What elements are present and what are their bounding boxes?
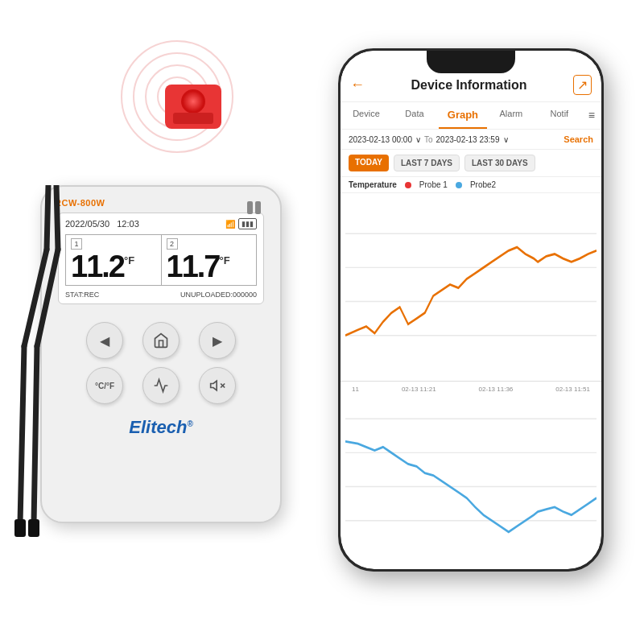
probe1-dot (405, 182, 411, 188)
device-buttons: ◀ ▶ °C/°F (86, 322, 236, 404)
alarm-light (181, 89, 205, 114)
button-row-2: °C/°F (86, 367, 236, 404)
svg-line-4 (37, 250, 58, 346)
nav-device[interactable]: Device (342, 102, 390, 129)
wifi-icon: 📶 (225, 220, 235, 229)
nav-menu[interactable]: ≡ (584, 102, 600, 129)
phone-body: ← Device Information ↗ Device Data Graph… (338, 48, 604, 572)
svg-line-3 (56, 185, 58, 250)
chart-area-top: 11 02-13 11:21 02-13 11:36 02-13 11:51 (341, 196, 601, 382)
svg-line-5 (34, 346, 37, 523)
btn-home[interactable] (142, 322, 180, 359)
filter-30days[interactable]: LAST 30 DAYS (464, 155, 535, 171)
alarm-base (173, 113, 213, 124)
device-brand: Elitech® (129, 417, 193, 438)
unuploaded-label: UNUPLOADED:000000 (180, 291, 257, 299)
legend-title: Temperature (349, 180, 397, 189)
reading-value-2: 11.7 (167, 251, 220, 282)
channel2-label: 2 (167, 238, 178, 250)
app-export-button[interactable]: ↗ (573, 75, 592, 95)
screen-icons: 📶 ▮▮▮ (225, 218, 257, 229)
alert-waves (121, 40, 233, 153)
probe2-dot (456, 182, 462, 188)
phone-screen: ← Device Information ↗ Device Data Graph… (341, 51, 601, 569)
probe1-label: Probe 1 (419, 180, 448, 189)
search-button[interactable]: Search (564, 134, 593, 144)
nav-data[interactable]: Data (390, 102, 439, 129)
filter-row: TODAY LAST 7 DAYS LAST 30 DAYS (341, 150, 601, 177)
probe2-label: Probe2 (470, 180, 496, 189)
date-to-label: To (424, 135, 433, 144)
phone-container: ← Device Information ↗ Device Data Graph… (338, 48, 604, 572)
reading-panel-2: 2 11.7 °F (162, 235, 257, 285)
btn-right[interactable]: ▶ (199, 322, 236, 359)
svg-line-1 (24, 250, 47, 346)
alarm-icon (165, 85, 221, 129)
app-nav: Device Data Graph Alarm Notif ≡ (341, 102, 601, 130)
dot-bar-2 (255, 201, 261, 214)
dot-bar-1 (247, 201, 253, 214)
date-row: 2023-02-13 00:00 ∨ To 2023-02-13 23:59 ∨… (341, 130, 601, 150)
indicator-dots (247, 201, 261, 214)
battery-icon: ▮▮▮ (238, 218, 257, 229)
svg-marker-8 (211, 381, 217, 390)
btn-chart[interactable] (142, 367, 180, 404)
nav-graph[interactable]: Graph (439, 102, 487, 129)
app-title: Device Information (411, 78, 526, 93)
alert-area (105, 24, 266, 169)
button-row-1: ◀ ▶ (86, 322, 236, 359)
filter-7days[interactable]: LAST 7 DAYS (394, 155, 460, 171)
btn-sound[interactable] (199, 367, 236, 404)
value-row-2: 11.7 °F (167, 251, 252, 282)
chart-area-bottom: 11 02-13 11:21 02-13 11:36 02-13 11:51 (341, 382, 601, 566)
nav-notif[interactable]: Notif (535, 102, 584, 129)
date-from: 2023-02-13 00:00 (349, 135, 412, 144)
chart-svg-bottom (345, 385, 597, 566)
app-back-button[interactable]: ← (350, 76, 365, 93)
legend-row: Temperature Probe 1 Probe2 (341, 177, 601, 193)
reading-unit-2: °F (219, 254, 229, 266)
svg-rect-6 (14, 519, 26, 537)
svg-line-2 (20, 346, 24, 523)
reading-unit-1: °F (124, 254, 134, 266)
svg-rect-7 (28, 519, 39, 537)
date-to-value: 2023-02-13 23:59 (436, 135, 500, 144)
chart-svg-top (345, 200, 597, 381)
svg-line-0 (47, 185, 48, 250)
phone-notch (427, 51, 515, 73)
nav-alarm[interactable]: Alarm (487, 102, 535, 129)
cables (0, 185, 97, 547)
scene: RCW-800W 2022/05/30 12:03 📶 ▮▮▮ (0, 0, 644, 644)
filter-today[interactable]: TODAY (349, 155, 389, 171)
chart-section: 11 02-13 11:21 02-13 11:36 02-13 11:51 (341, 193, 601, 569)
